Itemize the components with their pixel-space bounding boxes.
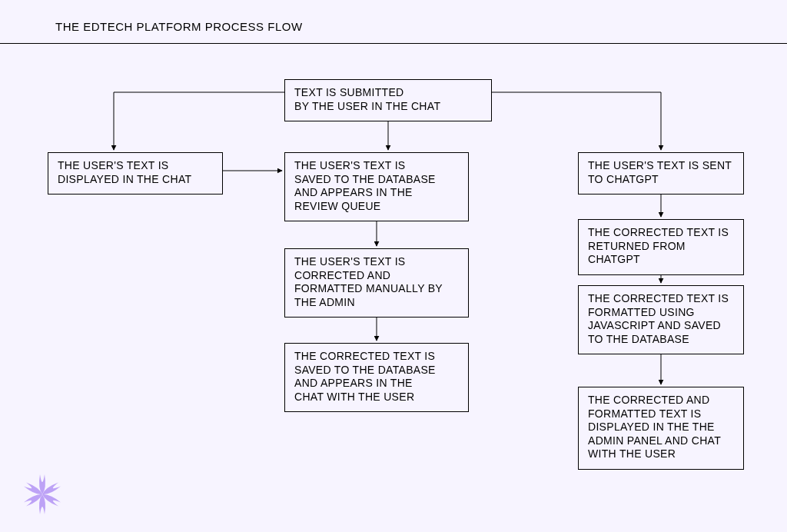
- node-submit: TEXT IS SUBMITTED BY THE USER IN THE CHA…: [284, 79, 492, 121]
- node-jsfmt: THE CORRECTED TEXT IS FORMATTED USING JA…: [578, 285, 744, 354]
- node-saveq: THE USER'S TEXT IS SAVED TO THE DATABASE…: [284, 152, 469, 221]
- node-final: THE CORRECTED AND FORMATTED TEXT IS DISP…: [578, 387, 744, 470]
- node-returned: THE CORRECTED TEXT IS RETURNED FROM CHAT…: [578, 219, 744, 275]
- node-display: THE USER'S TEXT IS DISPLAYED IN THE CHAT: [48, 152, 223, 195]
- page-title: THE EDTECH PLATFORM PROCESS FLOW: [55, 20, 303, 33]
- node-sent: THE USER'S TEXT IS SENT TO CHATGPT: [578, 152, 744, 195]
- header-divider: [0, 43, 787, 44]
- asterisk-icon: [22, 474, 63, 518]
- node-manual: THE USER'S TEXT IS CORRECTED AND FORMATT…: [284, 248, 469, 318]
- node-msaved: THE CORRECTED TEXT IS SAVED TO THE DATAB…: [284, 343, 469, 412]
